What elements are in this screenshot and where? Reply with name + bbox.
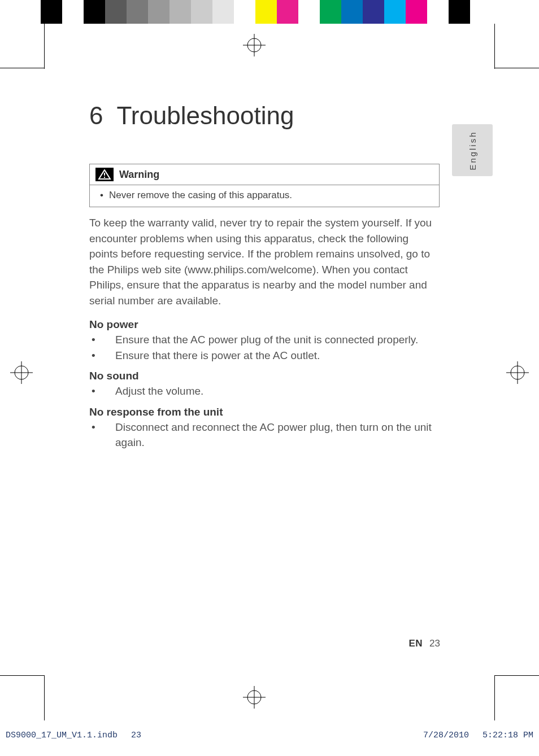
warning-body: • Never remove the casing of this appara…	[90, 185, 439, 207]
file-info-bar: DS9000_17_UM_V1.1.indb 23 7/28/2010 5:22…	[6, 731, 533, 740]
list-item: Adjust the volume.	[89, 383, 440, 399]
crop-mark	[0, 675, 44, 676]
warning-text: Never remove the casing of this apparatu…	[109, 190, 292, 201]
warning-header: Warning	[90, 164, 439, 185]
crop-mark	[494, 24, 495, 69]
section-heading: No sound	[89, 370, 440, 382]
list-item: Ensure that there is power at the AC out…	[89, 348, 440, 364]
warning-icon	[95, 168, 114, 181]
section-no-response: No response from the unit Disconnect and…	[89, 406, 440, 451]
crop-mark	[495, 675, 539, 676]
registration-mark-icon	[243, 686, 266, 709]
chapter-title: 6 Troubleshooting	[89, 102, 440, 130]
list-item: Ensure that the AC power plug of the uni…	[89, 332, 440, 348]
printer-color-bar	[41, 0, 470, 24]
svg-point-14	[104, 177, 105, 178]
warning-label: Warning	[119, 169, 159, 181]
registration-mark-icon	[243, 34, 266, 56]
section-no-sound: No sound Adjust the volume.	[89, 370, 440, 399]
file-date: 7/28/2010	[423, 731, 469, 740]
section-heading: No response from the unit	[89, 406, 440, 418]
language-tab-label: English	[467, 130, 477, 170]
registration-mark-icon	[506, 361, 529, 384]
warning-box: Warning • Never remove the casing of thi…	[89, 164, 440, 207]
crop-mark	[44, 675, 45, 720]
registration-mark-icon	[10, 361, 33, 384]
chapter-title-text: Troubleshooting	[116, 102, 294, 130]
footer-lang: EN	[408, 638, 423, 649]
section-heading: No power	[89, 318, 440, 331]
intro-paragraph: To keep the warranty valid, never try to…	[89, 215, 440, 308]
page-footer: EN 23	[408, 638, 440, 649]
crop-mark	[494, 675, 495, 720]
list-item: Disconnect and reconnect the AC power pl…	[89, 419, 440, 451]
chapter-number: 6	[89, 102, 103, 130]
section-no-power: No power Ensure that the AC power plug o…	[89, 318, 440, 363]
file-name: DS9000_17_UM_V1.1.indb	[6, 731, 118, 740]
page-content: 6 Troubleshooting Warning • Never remove…	[89, 102, 440, 457]
crop-mark	[0, 68, 44, 68]
language-tab: English	[452, 124, 493, 176]
file-time: 5:22:18 PM	[483, 731, 533, 740]
crop-mark	[495, 68, 539, 68]
file-page: 23	[131, 731, 141, 740]
footer-page-number: 23	[429, 638, 440, 649]
crop-mark	[44, 24, 45, 69]
